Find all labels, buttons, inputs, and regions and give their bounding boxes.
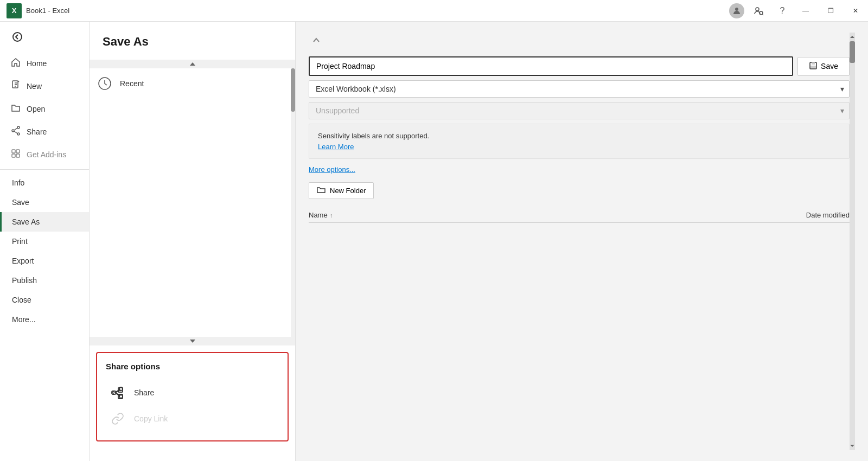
- format-select-wrapper: Excel Workbook (*.xlsx) Excel Macro-Enab…: [309, 80, 850, 98]
- maximize-button[interactable]: ❐: [818, 0, 843, 22]
- filename-input[interactable]: [309, 56, 793, 76]
- window-title: Book1 - Excel: [26, 7, 69, 15]
- locations-list: Recent: [90, 68, 291, 337]
- svg-rect-12: [16, 150, 20, 153]
- format-select[interactable]: Excel Workbook (*.xlsx) Excel Macro-Enab…: [309, 80, 850, 98]
- right-panel-inner: Save Excel Workbook (*.xlsx) Excel Macro…: [309, 33, 855, 450]
- new-folder-label: New Folder: [330, 187, 366, 195]
- new-folder-icon: [317, 186, 326, 195]
- scroll-down-arrow[interactable]: [90, 337, 295, 345]
- title-bar-icons: ?: [729, 1, 792, 21]
- sidebar-item-share-label: Share: [27, 127, 47, 136]
- save-icon: [809, 61, 818, 72]
- scroll-bottom-arrow[interactable]: [850, 441, 855, 450]
- addins-icon: [10, 149, 21, 161]
- recent-icon: [96, 75, 113, 92]
- svg-rect-25: [810, 66, 816, 68]
- help-icon[interactable]: ?: [773, 1, 792, 21]
- home-icon: [10, 57, 21, 69]
- sensitivity-row: Unsupported: [309, 102, 850, 119]
- main-content: Save As: [90, 22, 868, 461]
- sidebar-item-home[interactable]: Home: [0, 52, 89, 75]
- column-name-label: Name: [309, 211, 328, 219]
- svg-line-22: [116, 390, 120, 392]
- share-nav-icon: [10, 126, 21, 138]
- svg-point-0: [735, 8, 738, 11]
- save-as-right-panel: Save Excel Workbook (*.xlsx) Excel Macro…: [296, 22, 868, 461]
- svg-point-18: [119, 387, 123, 390]
- scroll-top-arrow[interactable]: [850, 33, 855, 41]
- sensitivity-select: Unsupported: [309, 102, 850, 119]
- sidebar-item-info-label: Info: [12, 178, 24, 187]
- share-option-share-label: Share: [134, 388, 154, 397]
- svg-point-19: [119, 395, 123, 398]
- more-options-link[interactable]: More options...: [309, 165, 850, 174]
- sidebar-item-get-addins[interactable]: Get Add-ins: [0, 143, 89, 166]
- user-avatar[interactable]: [729, 3, 744, 18]
- sidebar-item-save-as[interactable]: Save As: [0, 212, 89, 232]
- right-scrollbar-thumb: [850, 41, 855, 63]
- sidebar-item-save-label: Save: [12, 198, 29, 207]
- svg-rect-13: [12, 154, 15, 157]
- learn-more-link[interactable]: Learn More: [318, 143, 354, 151]
- copy-link-icon: [110, 411, 125, 426]
- right-panel-content: Save Excel Workbook (*.xlsx) Excel Macro…: [309, 33, 850, 450]
- column-date-label: Date modified: [806, 211, 850, 219]
- svg-point-8: [12, 130, 14, 132]
- scroll-up-arrow[interactable]: [90, 60, 295, 68]
- location-recent[interactable]: Recent: [90, 68, 291, 99]
- breadcrumb-up-button[interactable]: [309, 33, 324, 48]
- sidebar-item-export[interactable]: Export: [0, 251, 89, 271]
- save-button-label: Save: [821, 62, 838, 71]
- share-options-box: Share options: [96, 352, 289, 441]
- column-date-modified[interactable]: Date modified: [741, 211, 850, 219]
- new-folder-button[interactable]: New Folder: [309, 182, 374, 199]
- svg-rect-24: [812, 62, 815, 65]
- svg-rect-14: [16, 154, 20, 157]
- sidebar-item-new[interactable]: New: [0, 75, 89, 98]
- sidebar-item-close[interactable]: Close: [0, 290, 89, 310]
- svg-point-4: [13, 33, 22, 41]
- sidebar-item-info[interactable]: Info: [0, 173, 89, 193]
- sidebar-item-publish[interactable]: Publish: [0, 271, 89, 290]
- left-scrollbar[interactable]: [291, 68, 295, 337]
- right-scrollbar[interactable]: [850, 33, 855, 450]
- sidebar-item-more[interactable]: More...: [0, 310, 89, 329]
- svg-point-6: [17, 126, 20, 129]
- minimize-button[interactable]: —: [793, 0, 818, 22]
- svg-rect-11: [12, 150, 15, 153]
- window-controls: — ❐ ✕: [793, 0, 868, 22]
- app-logo: X: [7, 3, 22, 18]
- sidebar-item-open[interactable]: Open: [0, 98, 89, 120]
- save-as-title: Save As: [90, 35, 295, 60]
- sort-ascending-icon: ↑: [330, 212, 333, 219]
- sidebar-item-save-as-label: Save As: [12, 217, 40, 226]
- recent-label: Recent: [120, 79, 144, 88]
- search-person-icon[interactable]: [749, 1, 768, 21]
- sensitivity-select-wrapper: Unsupported: [309, 102, 850, 119]
- sidebar-item-share[interactable]: Share: [0, 120, 89, 143]
- share-option-share[interactable]: Share: [106, 380, 279, 406]
- svg-point-1: [756, 8, 759, 11]
- files-list-empty: [309, 223, 850, 331]
- save-as-left-panel: Save As: [90, 22, 296, 461]
- open-icon: [10, 103, 21, 115]
- right-scrollbar-track: [850, 41, 855, 441]
- svg-line-3: [763, 14, 764, 15]
- column-name[interactable]: Name ↑: [309, 211, 741, 219]
- sidebar-item-print[interactable]: Print: [0, 232, 89, 251]
- sidebar-item-save[interactable]: Save: [0, 193, 89, 212]
- svg-point-20: [113, 391, 116, 394]
- share-option-share-icon: [110, 385, 125, 400]
- breadcrumb-row: [309, 33, 850, 48]
- share-option-copy-link: Copy Link: [106, 406, 279, 432]
- svg-line-9: [14, 128, 17, 130]
- close-button[interactable]: ✕: [843, 0, 868, 22]
- sensitivity-notice-text: Sensitivity labels are not supported.: [318, 132, 429, 140]
- save-button[interactable]: Save: [797, 57, 850, 76]
- left-scroll-area: Recent Share options: [90, 60, 295, 448]
- share-options-title: Share options: [106, 362, 279, 371]
- back-button[interactable]: [7, 26, 28, 48]
- sidebar: Home New Open: [0, 22, 90, 461]
- format-select-row: Excel Workbook (*.xlsx) Excel Macro-Enab…: [309, 80, 850, 98]
